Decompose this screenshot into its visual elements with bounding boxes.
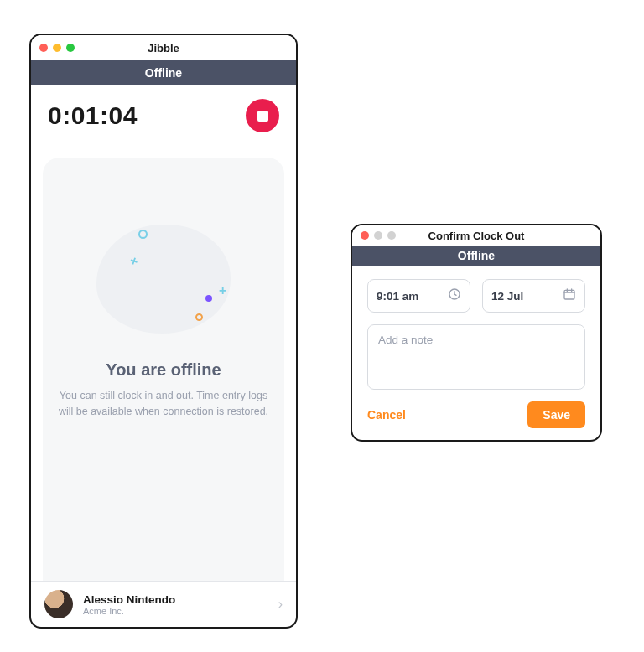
- svg-rect-3: [564, 290, 574, 299]
- user-org: Acme Inc.: [83, 606, 268, 616]
- offline-heading: You are offline: [106, 360, 221, 380]
- user-meta: Alessio Nintendo Acme Inc.: [83, 593, 268, 616]
- maximize-icon[interactable]: [66, 44, 75, 52]
- datetime-row: 9:01 am 12 Jul: [367, 279, 585, 313]
- calendar-icon: [563, 287, 576, 304]
- offline-card: + + You are offline You can still clock …: [43, 158, 284, 581]
- main-traffic-lights: [39, 44, 75, 52]
- main-titlebar: Jibble: [31, 35, 296, 60]
- user-name: Alessio Nintendo: [83, 593, 268, 606]
- dialog-actions: Cancel Save: [367, 401, 585, 428]
- avatar: [44, 590, 73, 618]
- note-placeholder: Add a note: [378, 334, 433, 346]
- time-value: 9:01 am: [377, 290, 418, 303]
- clock-icon: [448, 287, 461, 304]
- stop-icon: [257, 111, 268, 122]
- dialog-status-bar: Offline: [352, 246, 600, 266]
- jibble-main-window: Jibble Offline 0:01:04 + + You are: [29, 34, 298, 629]
- save-button[interactable]: Save: [527, 401, 585, 428]
- user-footer[interactable]: Alessio Nintendo Acme Inc. ›: [31, 581, 296, 627]
- deco-ring-icon: [138, 230, 148, 239]
- elapsed-timer: 0:01:04: [48, 101, 138, 130]
- dialog-body: 9:01 am 12 Jul Add a note Cancel Save: [352, 266, 600, 440]
- confirm-clockout-dialog: Confirm Clock Out Offline 9:01 am 12 Jul…: [351, 224, 602, 442]
- stop-button[interactable]: [246, 99, 279, 132]
- minimize-icon[interactable]: [53, 44, 61, 52]
- minimize-icon[interactable]: [374, 231, 382, 240]
- offline-illustration: + +: [88, 208, 239, 342]
- time-field[interactable]: 9:01 am: [367, 279, 470, 313]
- deco-ring-icon: [195, 313, 203, 321]
- maximize-icon[interactable]: [387, 231, 396, 240]
- close-icon[interactable]: [39, 44, 48, 52]
- cancel-button[interactable]: Cancel: [367, 408, 406, 422]
- offline-description: You can still clock in and out. Time ent…: [58, 388, 269, 420]
- deco-plus-icon: +: [219, 283, 226, 298]
- date-value: 12 Jul: [491, 290, 523, 303]
- note-input[interactable]: Add a note: [367, 324, 585, 390]
- main-status-bar: Offline: [31, 60, 296, 85]
- timer-row: 0:01:04: [31, 85, 296, 139]
- dialog-titlebar: Confirm Clock Out: [352, 225, 600, 246]
- date-field[interactable]: 12 Jul: [482, 279, 585, 313]
- dialog-traffic-lights: [361, 231, 396, 240]
- close-icon[interactable]: [361, 231, 369, 240]
- deco-dot-icon: [205, 295, 212, 302]
- chevron-right-icon: ›: [278, 597, 283, 612]
